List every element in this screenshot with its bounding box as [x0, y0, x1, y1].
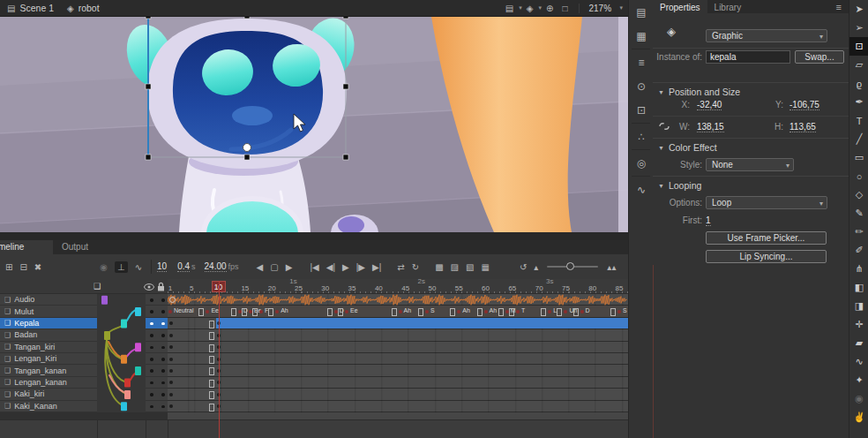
eraser-tool[interactable]: ▰: [849, 334, 868, 352]
swatch-grid-icon[interactable]: ▦: [629, 24, 654, 48]
layer-row[interactable]: ❑MulutNeutralEeDEeFAhDEeAhSAhAhMTLUhDS: [0, 306, 628, 317]
lock-dot[interactable]: [161, 369, 165, 373]
lock-icon[interactable]: [157, 282, 165, 291]
go-to-last-icon[interactable]: ▶|: [372, 262, 381, 272]
layer-row[interactable]: ❑Badan: [0, 329, 628, 341]
breadcrumb-scene[interactable]: Scene 1: [19, 3, 54, 13]
section-position-size[interactable]: ▼Position and Size: [658, 87, 740, 97]
onion-skin-icon[interactable]: ▩: [435, 262, 443, 272]
clapperboard-icon[interactable]: ▤: [505, 4, 513, 13]
transform-origin-point[interactable]: [243, 144, 251, 152]
motion-editor-icon[interactable]: ∿: [629, 177, 654, 201]
lock-dot[interactable]: [161, 381, 165, 385]
layer-row[interactable]: ❑Audio: [0, 294, 628, 306]
keyframe-dot[interactable]: [169, 358, 173, 361]
layer-color-swatch[interactable]: [135, 307, 141, 316]
mouth-keyframe-dot[interactable]: [564, 310, 567, 313]
lock-dot[interactable]: [161, 310, 165, 313]
layer-visibility-lock-cell[interactable]: [146, 377, 168, 389]
layer-visibility-lock-cell[interactable]: [146, 306, 168, 317]
paint-bucket-tool[interactable]: ◧: [849, 278, 868, 297]
visibility-dot[interactable]: [150, 405, 153, 409]
visibility-dot[interactable]: [150, 381, 153, 385]
graph-editor-icon[interactable]: ∿: [135, 262, 142, 272]
timeline-ruler[interactable]: 151520253035404550556065707580851s2s3s10: [168, 279, 628, 294]
current-frame-icon[interactable]: ▢: [270, 262, 278, 272]
edit-multiple-frames-icon[interactable]: ▧: [466, 262, 474, 272]
visibility-dot[interactable]: [150, 393, 153, 396]
style-dropdown[interactable]: None▾: [706, 158, 794, 171]
layer-visibility-lock-cell[interactable]: [146, 401, 168, 412]
loop-options-dropdown[interactable]: Loop▾: [706, 196, 827, 209]
pencil-tool[interactable]: ✎: [849, 204, 868, 223]
y-value[interactable]: -106,75: [789, 100, 819, 110]
mouth-keyframe-dot[interactable]: [259, 310, 263, 313]
current-frame-counter[interactable]: 10: [157, 261, 167, 272]
frame-rate-value[interactable]: 24.00: [205, 261, 227, 272]
layer-frames-lengan_kiri[interactable]: [168, 353, 628, 365]
symbol-type-dropdown[interactable]: Graphic▾: [706, 29, 827, 42]
pen-tool[interactable]: ✒: [849, 93, 868, 111]
layer-color-swatch[interactable]: [121, 402, 127, 411]
prev-frame-icon[interactable]: ◀|: [326, 262, 335, 272]
layer-name-kaki_kiri[interactable]: ❑Kaki_kiri: [0, 389, 97, 400]
gradient-transform-tool[interactable]: ▱: [849, 56, 868, 74]
lock-dot[interactable]: [161, 334, 165, 337]
visibility-dot[interactable]: [150, 369, 153, 373]
keyframe-dot[interactable]: [169, 393, 173, 396]
keyframe-dot[interactable]: [169, 369, 173, 373]
visibility-dot[interactable]: [150, 322, 153, 326]
layer-frames-tangan_kiri[interactable]: [168, 342, 628, 353]
rectangle-tool[interactable]: ▭: [849, 148, 868, 167]
selected-frame-span[interactable]: [216, 318, 628, 328]
layer-frames-lengan_kanan[interactable]: [168, 377, 628, 389]
visibility-eye-icon[interactable]: [144, 283, 154, 291]
tab-output[interactable]: Output: [53, 240, 97, 254]
mouth-keyframe-dot[interactable]: [345, 310, 348, 313]
layer-visibility-lock-cell[interactable]: [146, 329, 168, 341]
visibility-dot[interactable]: [150, 358, 153, 361]
creative-cloud-icon[interactable]: ◎: [629, 151, 654, 175]
layer-visibility-lock-cell[interactable]: [146, 389, 168, 400]
onion-marker-icon[interactable]: ▦: [481, 262, 489, 272]
layer-name-tangan_kanan[interactable]: ❑Tangan_kanan: [0, 365, 97, 376]
visibility-dot[interactable]: [150, 346, 153, 350]
layer-frames-kepala[interactable]: [168, 318, 628, 329]
brush-library-icon[interactable]: ∴: [629, 125, 654, 148]
new-layer-icon[interactable]: ⊞: [5, 262, 12, 272]
step-back-icon[interactable]: ◀: [257, 262, 264, 272]
stage-zoom-value[interactable]: 217%: [588, 4, 618, 13]
new-folder-icon[interactable]: ⊟: [19, 262, 26, 272]
edit-symbols-icon[interactable]: ◈: [527, 4, 534, 13]
visibility-dot[interactable]: [150, 334, 153, 337]
swap-button[interactable]: Swap...: [795, 50, 844, 64]
classic-brush-tool[interactable]: ✏: [849, 223, 868, 241]
layer-color-swatch[interactable]: [135, 366, 141, 375]
clip-content-icon[interactable]: □: [562, 4, 567, 13]
layer-row[interactable]: ❑Tangan_kanan: [0, 365, 628, 376]
center-frame-icon[interactable]: ⊕: [546, 4, 553, 13]
line-tool[interactable]: ╱: [849, 130, 868, 148]
transform-panel-icon[interactable]: ⊡: [629, 98, 654, 122]
mouth-keyframe-dot[interactable]: [617, 310, 621, 313]
align-icon[interactable]: ≡: [629, 50, 654, 74]
go-to-first-icon[interactable]: |◀: [310, 262, 318, 272]
bone-tool[interactable]: ⋔: [849, 260, 868, 278]
layer-visibility-lock-cell[interactable]: [146, 342, 168, 353]
layer-frames-kaki_kiri[interactable]: [168, 389, 628, 400]
layer-visibility-lock-cell[interactable]: [146, 318, 168, 329]
layer-frames-badan[interactable]: [168, 329, 628, 341]
layer-frames-kaki_kanan[interactable]: [168, 401, 628, 412]
info-icon[interactable]: ⊙: [629, 74, 654, 98]
layer-color-swatch[interactable]: [124, 390, 131, 399]
mouth-keyframe-dot[interactable]: [548, 310, 551, 313]
layer-color-swatch[interactable]: [104, 331, 110, 340]
layer-row[interactable]: ❑Kaki_kiri: [0, 389, 628, 400]
layer-color-swatch[interactable]: [101, 296, 108, 305]
lock-dot[interactable]: [161, 405, 165, 409]
zoom-in-frames-icon[interactable]: ▴▴: [607, 262, 616, 272]
keyframe-dot[interactable]: [169, 404, 173, 408]
selection-tool[interactable]: ➤: [849, 0, 868, 19]
text-tool[interactable]: T: [849, 111, 868, 130]
step-forward-icon[interactable]: ▶: [286, 262, 293, 272]
